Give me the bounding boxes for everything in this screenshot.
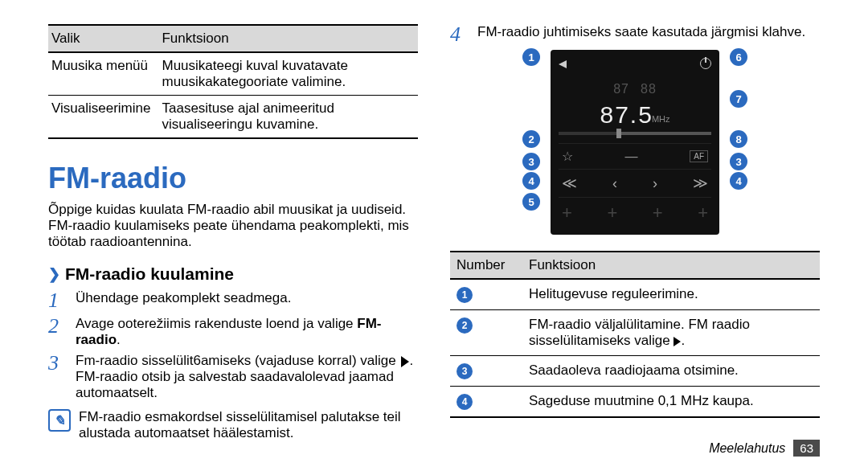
num-cell-number: 1: [450, 279, 522, 310]
options-cell-func: Muusikateegi kuval kuvatavate muusikakat…: [158, 52, 418, 96]
callout-bubble: 4: [730, 172, 747, 190]
star-icon: ☆: [562, 149, 573, 164]
num-row: 1 Helitugevuse reguleerimine.: [450, 279, 820, 310]
step3-text: Fm-raadio sisselülit6amiseks (vajaduse k…: [76, 353, 396, 368]
step-number: 4: [450, 24, 468, 45]
left-column: Valik Funktsioon Muusika menüü Muusikate…: [48, 24, 418, 441]
options-row: Visualiseerimine Taasesituse ajal animee…: [48, 96, 418, 139]
chevron-right-icon: ❯: [48, 265, 60, 283]
options-cell-option: Visualiseerimine: [48, 96, 158, 139]
num-row: 2 FM-raadio väljalülitamine. FM raadio s…: [450, 310, 820, 356]
frequency-row: 87 88: [559, 74, 711, 101]
num-header-row: Number Funktsioon: [450, 252, 820, 279]
num-cell-number: 4: [450, 387, 522, 418]
callout-bubble: 5: [522, 193, 540, 211]
num-header-function: Funktsioon: [522, 252, 820, 279]
callout-bubble: 8: [730, 130, 747, 148]
num-cell-func: Helitugevuse reguleerimine.: [522, 279, 820, 310]
preset-slot: +: [698, 203, 708, 223]
seek-next-icon: ≫: [693, 174, 708, 192]
num-header-number: Number: [450, 252, 522, 279]
freq-main: 87.5: [600, 101, 653, 129]
freq-unit: MHz: [652, 114, 670, 124]
step-item: 3 Fm-raadio sisselülit6amiseks (vajaduse…: [48, 353, 418, 401]
preset-row: + + + +: [559, 197, 711, 228]
num-cell-number: 3: [450, 356, 522, 387]
number-function-table: Number Funktsioon 1 Helitugevuse regulee…: [450, 251, 820, 418]
mid-controls: ☆ — AF: [559, 143, 711, 169]
page-number: 63: [793, 440, 820, 457]
preset-slot: +: [562, 203, 572, 223]
options-cell-func: Taasesituse ajal animeeritud visualiseer…: [158, 96, 418, 139]
page-footer: Meelelahutus 63: [709, 440, 820, 457]
freq-prev: 87: [613, 82, 629, 96]
af-badge: AF: [690, 150, 708, 162]
subheading: ❯ FM-raadio kuulamine: [48, 264, 418, 284]
options-header-function: Funktsioon: [158, 25, 418, 52]
tuning-bar: [559, 132, 711, 135]
options-header-option: Valik: [48, 25, 158, 52]
dash: —: [625, 149, 638, 164]
callout-bubble: 3: [522, 153, 540, 170]
steps-list: 1 Ühendage peakomplekt seadmega. 2 Avage…: [48, 290, 418, 401]
num-cell-func: FM-raadio väljalülitamine. FM raadio sis…: [522, 310, 820, 356]
callout-bubble: 1: [522, 48, 540, 66]
number-badge: 3: [457, 363, 473, 379]
step2-prefix: Avage ooterežiimis rakenduste loend ja v…: [76, 316, 357, 331]
callout-bubble: 4: [522, 172, 540, 190]
freq-main-row: 87.5 MHz: [559, 101, 711, 129]
step-text: Fm-raadio sisselülit6amiseks (vajaduse k…: [76, 353, 418, 401]
preset-slot: +: [607, 203, 617, 223]
number-badge: 4: [457, 394, 473, 410]
options-header-row: Valik Funktsioon: [48, 25, 418, 52]
speaker-icon: [559, 58, 571, 69]
subheading-label: FM-raadio kuulamine: [65, 264, 234, 284]
power-icon: [700, 58, 711, 69]
step-number: 3: [48, 353, 66, 401]
play-triangle-icon: [674, 337, 681, 346]
right-column: 4 FM-raadio juhtimiseks saate kasutada j…: [450, 24, 820, 441]
step-item: 1 Ühendage peakomplekt seadmega.: [48, 290, 418, 311]
step-next-icon: ›: [653, 175, 657, 192]
num-cell-func: Sageduse muutmine 0,1 MHz kaupa.: [522, 387, 820, 418]
num-cell-func: Saadaoleva raadiojaama otsimine.: [522, 356, 820, 387]
num-cell-number: 2: [450, 310, 522, 356]
preset-slot: +: [653, 203, 663, 223]
step-number: 1: [48, 290, 66, 311]
intro-paragraph: Õppige kuidas kuulata FM-raadio abil muu…: [48, 202, 418, 250]
num-func-text: FM-raadio väljalülitamine. FM raadio sis…: [529, 317, 750, 348]
number-badge: 2: [457, 317, 473, 334]
step3-extra: FM-raadio otsib ja salvestab saadavalole…: [76, 369, 418, 401]
step-text: Ühendage peakomplekt seadmega.: [76, 290, 418, 311]
note-text: FM-raadio esmakordsel sisselülitamisel p…: [79, 409, 418, 441]
number-badge: 1: [457, 287, 473, 303]
step-item: 2 Avage ooterežiimis rakenduste loend ja…: [48, 316, 418, 348]
steps-list-right: 4 FM-raadio juhtimiseks saate kasutada j…: [450, 24, 820, 45]
options-row: Muusika menüü Muusikateegi kuval kuvatav…: [48, 52, 418, 96]
page-body: Valik Funktsioon Muusika menüü Muusikate…: [0, 0, 868, 457]
note-icon: ✎: [48, 409, 71, 432]
seek-prev-icon: ≪: [562, 174, 577, 192]
callout-bubble: 3: [730, 153, 747, 170]
num-row: 4 Sageduse muutmine 0,1 MHz kaupa.: [450, 387, 820, 418]
callout-bubble: 6: [730, 48, 747, 66]
options-table: Valik Funktsioon Muusika menüü Muusikate…: [48, 24, 418, 139]
step-number: 2: [48, 316, 66, 348]
callout-bubble: 2: [522, 130, 540, 148]
step-text: FM-raadio juhtimiseks saate kasutada jär…: [477, 24, 820, 45]
note-block: ✎ FM-raadio esmakordsel sisselülitamisel…: [48, 409, 418, 441]
freq-next: 88: [641, 82, 657, 96]
radio-topbar: [559, 58, 711, 69]
footer-section: Meelelahutus: [709, 441, 785, 456]
step-item: 4 FM-raadio juhtimiseks saate kasutada j…: [450, 24, 820, 45]
section-heading: FM-raadio: [48, 162, 418, 195]
options-cell-option: Muusika menüü: [48, 52, 158, 96]
step-text: Avage ooterežiimis rakenduste loend ja v…: [76, 316, 418, 348]
step-prev-icon: ‹: [612, 175, 617, 192]
radio-screen: 87 88 87.5 MHz ☆ — AF ≪ ‹ › ≫: [551, 50, 719, 235]
radio-figure: 87 88 87.5 MHz ☆ — AF ≪ ‹ › ≫: [450, 50, 820, 235]
callout-bubble: 7: [730, 90, 747, 108]
seek-controls: ≪ ‹ › ≫: [559, 169, 711, 197]
play-triangle-icon: [401, 356, 409, 367]
num-row: 3 Saadaoleva raadiojaama otsimine.: [450, 356, 820, 387]
